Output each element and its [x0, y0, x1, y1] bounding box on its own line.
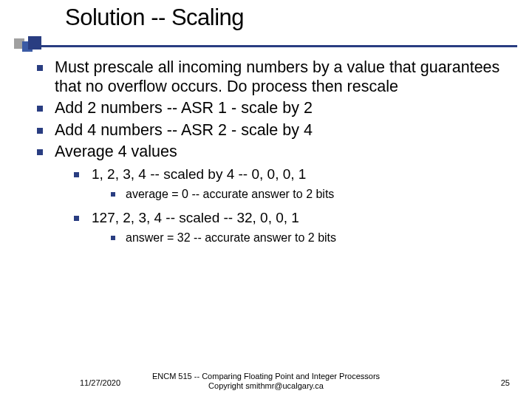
sub-bullet-text: 127, 2, 3, 4 -- scaled -- 32, 0, 0, 1 [92, 210, 299, 225]
sub-sub-bullet-item: average = 0 -- accurate answer to 2 bits [106, 187, 511, 202]
sub-bullet-text: 1, 2, 3, 4 -- scaled by 4 -- 0, 0, 0, 1 [92, 166, 306, 182]
footer-center: ENCM 515 -- Comparing Floating Point and… [0, 372, 532, 392]
content-area: Must prescale all incoming numbers by a … [0, 47, 532, 245]
bullet-list: Must prescale all incoming numbers by a … [33, 58, 511, 245]
decor-square-dark [28, 36, 41, 50]
bullet-item: Average 4 values 1, 2, 3, 4 -- scaled by… [33, 142, 511, 245]
title-bar: Solution -- Scaling [0, 0, 532, 47]
footer-line1: ENCM 515 -- Comparing Floating Point and… [152, 372, 380, 381]
footer-page-number: 25 [501, 378, 510, 387]
title-underline [15, 45, 517, 47]
sub-sub-bullet-text: answer = 32 -- accurate answer to 2 bits [126, 231, 336, 244]
footer: 11/27/2020 ENCM 515 -- Comparing Floatin… [0, 361, 532, 395]
footer-line2: Copyright smithmr@ucalgary.ca [208, 381, 324, 390]
bullet-text: Average 4 values [55, 143, 177, 160]
slide-title: Solution -- Scaling [65, 4, 532, 31]
bullet-text: Must prescale all incoming numbers by a … [55, 58, 499, 95]
bullet-text: Add 2 numbers -- ASR 1 - scale by 2 [55, 99, 313, 117]
sub-sub-bullet-list: answer = 32 -- accurate answer to 2 bits [92, 231, 511, 245]
sub-sub-bullet-text: average = 0 -- accurate answer to 2 bits [126, 188, 334, 200]
bullet-text: Add 4 numbers -- ASR 2 - scale by 4 [55, 121, 313, 139]
bullet-item: Must prescale all incoming numbers by a … [33, 58, 511, 96]
bullet-item: Add 2 numbers -- ASR 1 - scale by 2 [33, 98, 511, 117]
sub-bullet-item: 1, 2, 3, 4 -- scaled by 4 -- 0, 0, 0, 1 … [69, 166, 511, 202]
sub-sub-bullet-item: answer = 32 -- accurate answer to 2 bits [106, 231, 511, 245]
sub-bullet-list: 1, 2, 3, 4 -- scaled by 4 -- 0, 0, 0, 1 … [55, 166, 511, 245]
sub-bullet-item: 127, 2, 3, 4 -- scaled -- 32, 0, 0, 1 an… [69, 209, 511, 245]
bullet-item: Add 4 numbers -- ASR 2 - scale by 4 [33, 120, 511, 140]
sub-sub-bullet-list: average = 0 -- accurate answer to 2 bits [92, 187, 511, 202]
slide: Solution -- Scaling Must prescale all in… [0, 0, 532, 399]
